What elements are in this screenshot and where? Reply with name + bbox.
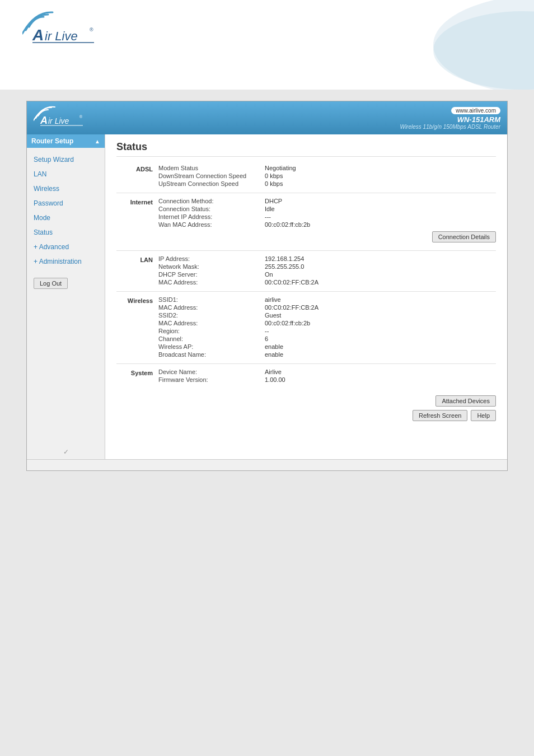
lan-dhcp-value: On [265,271,273,278]
lan-mask-value: 255.255.255.0 [265,263,304,270]
lan-mac-value: 00:C0:02:FF:CB:2A [265,279,318,286]
svg-text:A: A [40,115,48,126]
adsl-downstream-row: DownStream Connection Speed 0 kbps [158,172,496,179]
connection-details-btn-row: Connection Details [158,231,496,242]
sidebar-scroll-up-icon[interactable]: ▲ [95,138,100,144]
system-device-row: Device Name: Airlive [158,368,496,375]
system-fields: Device Name: Airlive Firmware Version: 1… [158,368,496,384]
wireless-mac1-row: MAC Address: 00:C0:02:FF:CB:2A [158,304,496,311]
lan-ip-value: 192.168.1.254 [265,255,304,262]
sidebar-item-lan[interactable]: LAN [27,167,105,181]
sidebar: Router Setup ▲ Setup Wizard LAN Wireless… [27,134,105,459]
adsl-modem-status-label: Modem Status [158,165,265,171]
internet-mac-row: Wan MAC Address: 00:c0:02:ff:cb:2b [158,221,496,228]
lan-ip-row: IP Address: 192.168.1.254 [158,255,496,262]
connection-details-button[interactable]: Connection Details [432,231,496,242]
adsl-downstream-value: 0 kbps [265,172,283,179]
adsl-upstream-value: 0 kbps [265,180,283,187]
wireless-section: Wireless SSID1: airlive MAC Address: 00:… [116,296,496,359]
sidebar-header-label: Router Setup [31,137,73,145]
sidebar-item-setup-wizard[interactable]: Setup Wizard [27,152,105,167]
wireless-ssid2-value: Guest [265,312,281,319]
svg-text:®: ® [90,27,93,32]
wireless-mac2-row: MAC Address: 00:c0:02:ff:cb:2b [158,320,496,326]
system-firmware-label: Firmware Version: [158,376,265,383]
top-logo: A ir Live ® [22,11,512,52]
svg-text:®: ® [79,115,83,119]
adsl-modem-status-row: Modem Status Negotiating [158,165,496,171]
wireless-ssid1-value: airlive [265,296,281,303]
sidebar-item-status[interactable]: Status [27,225,105,240]
internet-mac-label: Wan MAC Address: [158,221,265,228]
bottom-buttons-row: Refresh Screen Help [116,410,496,421]
model-label: WN-151ARM [400,115,500,124]
help-button[interactable]: Help [471,410,496,421]
sidebar-item-mode[interactable]: Mode [27,211,105,225]
logout-button[interactable]: Log Out [34,278,68,289]
attached-devices-button[interactable]: Attached Devices [435,395,496,407]
internet-status-value: Idle [265,206,275,212]
wireless-channel-label: Channel: [158,335,265,342]
svg-text:A: A [32,26,44,44]
internet-section: Internet Connection Method: DHCP Connect… [116,198,496,246]
system-section: System Device Name: Airlive Firmware Ver… [116,368,496,384]
internet-status-label: Connection Status: [158,206,265,212]
internet-label: Internet [116,198,158,206]
wireless-channel-row: Channel: 6 [158,335,496,342]
lan-ip-label: IP Address: [158,255,265,262]
adsl-upstream-label: UpStream Connection Speed [158,180,265,187]
wireless-region-row: Region: -- [158,328,496,334]
wireless-ap-value: enable [265,343,283,350]
adsl-label: ADSL [116,165,158,172]
internet-ip-label: Internet IP Address: [158,213,265,220]
header-logo: A ir Live ® [34,106,90,130]
system-label: System [116,368,158,376]
adsl-downstream-label: DownStream Connection Speed [158,172,265,179]
wireless-separator [116,363,496,364]
lan-mask-row: Network Mask: 255.255.255.0 [158,263,496,270]
system-firmware-value: 1.00.00 [265,376,285,383]
svg-text:ir Live: ir Live [48,116,69,125]
lan-dhcp-row: DHCP Server: On [158,271,496,278]
sidebar-item-advanced[interactable]: + Advanced [27,240,105,254]
lan-label: LAN [116,255,158,263]
system-device-label: Device Name: [158,368,265,375]
lan-fields: IP Address: 192.168.1.254 Network Mask: … [158,255,496,287]
router-footer [27,459,507,470]
wireless-broadcast-label: Broadcast Name: [158,351,265,358]
svg-text:ir Live: ir Live [45,29,78,43]
refresh-screen-button[interactable]: Refresh Screen [413,410,467,421]
sidebar-item-password[interactable]: Password [27,196,105,211]
adsl-fields: Modem Status Negotiating DownStream Conn… [158,165,496,188]
wireless-ssid1-label: SSID1: [158,296,265,303]
sidebar-item-wireless[interactable]: Wireless [27,181,105,196]
sidebar-item-administration[interactable]: + Administration [27,254,105,269]
scroll-indicator: ✓ [63,448,69,456]
wireless-mac1-label: MAC Address: [158,304,265,311]
wireless-ap-row: Wireless AP: enable [158,343,496,350]
system-device-value: Airlive [265,368,282,375]
header-info: www.airlive.com WN-151ARM Wireless 11b/g… [400,106,500,130]
wireless-channel-value: 6 [265,335,268,342]
lan-separator [116,291,496,292]
adsl-section: ADSL Modem Status Negotiating DownStream… [116,165,496,188]
lan-dhcp-label: DHCP Server: [158,271,265,278]
lan-section: LAN IP Address: 192.168.1.254 Network Ma… [116,255,496,287]
adsl-separator [116,193,496,193]
lan-mask-label: Network Mask: [158,263,265,270]
description-label: Wireless 11b/g/n 150Mbps ADSL Router [400,124,500,130]
wireless-mac2-value: 00:c0:02:ff:cb:2b [265,320,310,326]
wireless-broadcast-value: enable [265,351,283,358]
internet-method-label: Connection Method: [158,198,265,204]
wireless-broadcast-row: Broadcast Name: enable [158,351,496,358]
attached-devices-btn-row: Attached Devices [116,395,496,407]
sidebar-nav: Setup Wizard LAN Wireless Password Mode … [27,148,105,273]
wireless-fields: SSID1: airlive MAC Address: 00:C0:02:FF:… [158,296,496,359]
website-label: www.airlive.com [451,107,500,114]
wireless-label: Wireless [116,296,158,304]
wireless-ssid1-row: SSID1: airlive [158,296,496,303]
wireless-ssid2-row: SSID2: Guest [158,312,496,319]
lan-mac-label: MAC Address: [158,279,265,286]
internet-method-row: Connection Method: DHCP [158,198,496,204]
wireless-region-label: Region: [158,328,265,334]
